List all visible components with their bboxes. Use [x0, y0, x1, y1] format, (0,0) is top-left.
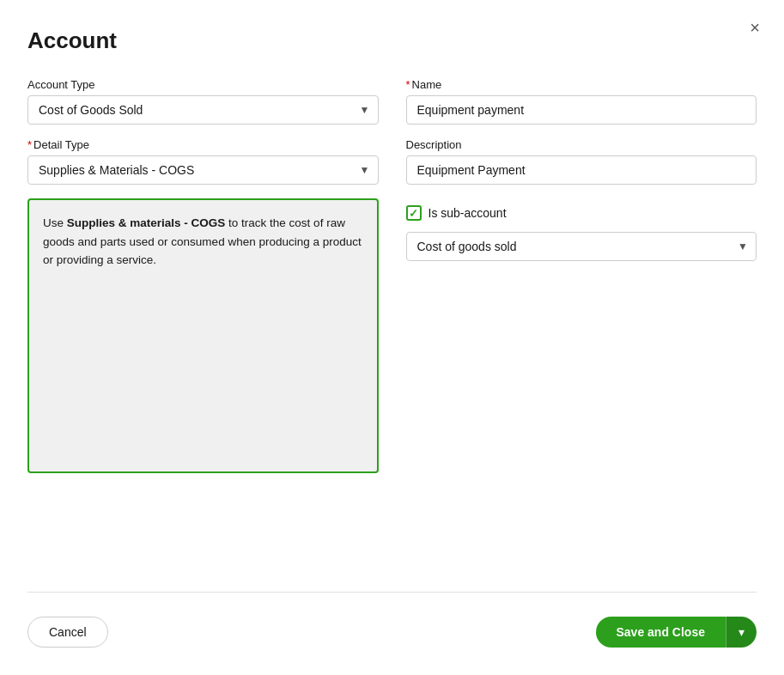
left-column: Account Type Cost of Goods Sold ▼ *Detai… [27, 78, 379, 592]
checkmark-icon: ✓ [409, 208, 418, 219]
account-type-label: Account Type [27, 78, 379, 91]
description-text-prefix: Use [43, 216, 67, 229]
name-field: *Name [406, 78, 757, 125]
detail-type-select-wrapper: Supplies & Materials - COGS ▼ [27, 155, 379, 185]
description-label: Description [406, 138, 757, 151]
description-bold-text: Supplies & materials - COGS [67, 216, 226, 229]
sub-account-select-wrapper: Cost of goods sold ▼ [406, 232, 757, 261]
close-button[interactable]: × [746, 15, 763, 40]
page-title: Account [27, 27, 757, 54]
save-button-group: Save and Close ▾ [596, 617, 757, 648]
close-icon: × [750, 18, 760, 37]
description-input[interactable] [406, 155, 757, 185]
sub-account-select[interactable]: Cost of goods sold [406, 232, 757, 261]
detail-type-required-star: * [27, 138, 32, 151]
sub-account-label: Is sub-account [428, 206, 507, 220]
right-column: *Name Description ✓ Is sub-account [406, 78, 757, 592]
cancel-button[interactable]: Cancel [27, 617, 108, 648]
form-layout: Account Type Cost of Goods Sold ▼ *Detai… [27, 78, 757, 592]
sub-account-checkbox-row: ✓ Is sub-account [406, 205, 757, 221]
description-field: Description [406, 138, 757, 185]
detail-type-label: *Detail Type [27, 138, 379, 151]
account-type-select[interactable]: Cost of Goods Sold [27, 95, 379, 125]
name-input[interactable] [406, 95, 757, 125]
footer-divider [27, 592, 757, 593]
account-type-select-wrapper: Cost of Goods Sold ▼ [27, 95, 379, 125]
sub-account-checkbox[interactable]: ✓ [406, 205, 422, 221]
detail-type-field: *Detail Type Supplies & Materials - COGS… [27, 138, 379, 185]
save-dropdown-button[interactable]: ▾ [726, 617, 757, 648]
account-modal: × Account Account Type Cost of Goods Sol… [0, 0, 784, 675]
sub-account-section: ✓ Is sub-account Cost of goods sold ▼ [406, 198, 757, 261]
right-col-inner: *Name Description ✓ Is sub-account [406, 78, 757, 261]
detail-type-description-box: Use Supplies & materials - COGS to track… [27, 198, 379, 473]
save-and-close-button[interactable]: Save and Close [596, 617, 726, 648]
name-label: *Name [406, 78, 757, 91]
name-required-star: * [406, 78, 410, 91]
footer: Cancel Save and Close ▾ [27, 610, 757, 648]
detail-type-select[interactable]: Supplies & Materials - COGS [27, 155, 379, 185]
save-dropdown-chevron-icon: ▾ [738, 625, 744, 639]
account-type-field: Account Type Cost of Goods Sold ▼ [27, 78, 379, 125]
